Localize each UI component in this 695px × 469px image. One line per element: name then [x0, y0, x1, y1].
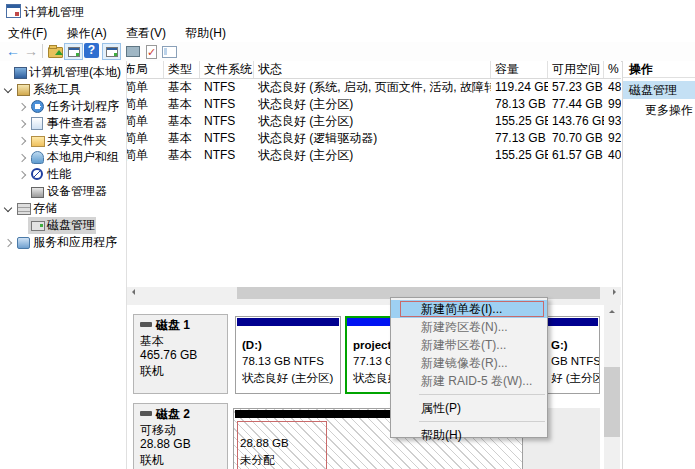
check-document-button[interactable]: ✓ — [142, 43, 160, 60]
vertical-scrollbar[interactable] — [604, 305, 620, 469]
chevron-right-icon[interactable] — [18, 137, 26, 145]
tree-item-label: 计算机管理(本地) — [29, 64, 121, 81]
cell-type: 基本 — [164, 79, 200, 96]
tree-item-performance[interactable]: 性能 — [0, 166, 126, 183]
col-type-header[interactable]: 类型 — [164, 61, 200, 78]
disk-name: 磁盘 1 — [156, 317, 190, 334]
chevron-right-icon[interactable] — [18, 171, 26, 179]
tree-item-shared-folders[interactable]: 共享文件夹 — [0, 132, 126, 149]
tree-item-label: 性能 — [47, 166, 71, 183]
tree-item-task-scheduler[interactable]: 任务计划程序 — [0, 98, 126, 115]
menu-file[interactable]: 文件(F) — [0, 22, 55, 42]
col-capacity-header[interactable]: 容量 — [491, 61, 548, 78]
tree-item-event-viewer[interactable]: 事件查看器 — [0, 115, 126, 132]
chevron-right-icon[interactable] — [18, 154, 26, 162]
menu-separator — [419, 421, 545, 422]
titlebar: 计算机管理 — [0, 0, 695, 22]
cell-filesystem: NTFS — [200, 130, 254, 147]
col-free-header[interactable]: 可用空间 — [548, 61, 604, 78]
chevron-down-icon[interactable] — [4, 204, 12, 212]
menu-action[interactable]: 操作(A) — [59, 22, 115, 42]
chevron-down-icon[interactable] — [4, 85, 12, 93]
disk2-label[interactable]: 磁盘 2 可移动 28.88 GB 联机 — [133, 403, 228, 469]
annotation-box-unallocated — [237, 421, 327, 469]
tree-item-label: 设备管理器 — [47, 183, 107, 200]
forward-button[interactable]: → — [22, 43, 40, 60]
cell-free: 57.23 GB — [548, 79, 604, 96]
services-icon — [17, 237, 30, 249]
screen-button[interactable] — [124, 43, 142, 60]
cell-filesystem: NTFS — [200, 79, 254, 96]
cell-status: 状态良好 (主分区) — [254, 96, 491, 113]
cell-free: 61.57 GB — [548, 147, 604, 164]
check-document-icon: ✓ — [146, 45, 157, 59]
col-layout-header[interactable]: 布局 — [127, 61, 164, 78]
cell-type: 基本 — [164, 147, 200, 164]
volume-row[interactable]: 简单 基本 NTFS 状态良好 (主分区) 78.13 GB 77.44 GB … — [127, 96, 621, 113]
app-icon — [6, 4, 21, 18]
cell-layout: 简单 — [127, 147, 164, 164]
tree-item-services-applications[interactable]: 服务和应用程序 — [0, 234, 126, 251]
menu-item-new-simple-volume[interactable]: 新建简单卷(I)... — [391, 300, 547, 318]
volume-row[interactable]: 简单 基本 NTFS 状态良好 (主分区) 155.25 GB 143.76 G… — [127, 113, 621, 130]
cell-filesystem: NTFS — [200, 96, 254, 113]
console-tree: 计算机管理(本地) 系统工具 任务计划程序 事件查看器 共享文件夹 本地用户和组 — [0, 61, 127, 469]
col-percent-header[interactable]: % 可用 — [604, 61, 621, 78]
tree-item-disk-management[interactable]: 磁盘管理 — [0, 217, 126, 234]
cell-free: 70.70 GB — [548, 130, 604, 147]
tree-item-local-users-groups[interactable]: 本地用户和组 — [0, 149, 126, 166]
clock-icon — [31, 100, 44, 113]
menu-help[interactable]: 帮助(H) — [177, 22, 234, 42]
actions-disk-management[interactable]: 磁盘管理 — [623, 81, 695, 99]
action-pane-toggle[interactable] — [102, 43, 121, 60]
volume-row[interactable]: 简单 基本 NTFS 状态良好 (逻辑驱动器) 77.13 GB 70.70 G… — [127, 130, 621, 147]
volume-row[interactable]: 简单 基本 NTFS 状态良好 (系统, 启动, 页面文件, 活动, 故障转储,… — [127, 79, 621, 96]
menu-item-new-striped-volume: 新建带区卷(T)... — [391, 336, 547, 354]
menu-item-help[interactable]: 帮助(H) — [391, 426, 547, 444]
console-tree-toggle[interactable] — [64, 43, 83, 60]
folder-up-button[interactable] — [46, 43, 64, 60]
partition-status: 好 (主分区) — [551, 371, 600, 386]
disk-status: 联机 — [140, 363, 164, 380]
menu-view[interactable]: 查看(V) — [118, 22, 174, 42]
scroll-left-button[interactable] — [127, 287, 140, 299]
disk-icon — [140, 322, 152, 327]
partition-status: 状态良好 (主分区) — [242, 371, 333, 386]
menu-item-properties[interactable]: 属性(P) — [391, 399, 547, 417]
menu-item-new-spanned-volume: 新建跨区卷(N)... — [391, 318, 547, 336]
primary-partition-bar — [237, 318, 339, 326]
disk1-label[interactable]: 磁盘 1 基本 465.76 GB 联机 — [133, 314, 228, 394]
scroll-up-button[interactable] — [605, 305, 619, 317]
chevron-right-icon[interactable] — [18, 120, 26, 128]
disk-status: 联机 — [140, 452, 164, 469]
menu-separator — [419, 394, 545, 395]
check-icon: ✓ — [147, 44, 156, 60]
volume-row[interactable]: 简单 基本 NTFS 状态良好 (主分区) 155.25 GB 61.57 GB… — [127, 147, 621, 164]
chevron-right-icon[interactable] — [18, 103, 26, 111]
tree-item-storage[interactable]: 存储 — [0, 200, 126, 217]
back-button[interactable]: ← — [4, 43, 22, 60]
actions-more-actions[interactable]: 更多操作 — [623, 101, 695, 119]
cell-status: 状态良好 (主分区) — [254, 147, 491, 164]
menu-item-new-raid5-volume: 新建 RAID-5 卷(W)... — [391, 372, 547, 390]
vertical-scroll-thumb[interactable] — [604, 367, 620, 437]
tree-item-computer-management[interactable]: 计算机管理(本地) — [0, 64, 126, 81]
col-filesystem-header[interactable]: 文件系统 — [200, 61, 254, 78]
scroll-right-button[interactable] — [608, 287, 621, 299]
properties-panel-button[interactable] — [160, 43, 178, 60]
help-button[interactable]: ? — [84, 43, 99, 58]
tree-item-system-tools[interactable]: 系统工具 — [0, 81, 126, 98]
partition-d[interactable]: (D:) 78.13 GB NTFS 状态良好 (主分区) — [235, 316, 341, 394]
computer-management-window: 计算机管理 文件(F) 操作(A) 查看(V) 帮助(H) ← → ? ✓ 计算… — [0, 0, 695, 469]
chevron-right-icon[interactable] — [4, 239, 12, 247]
cell-layout: 简单 — [127, 96, 164, 113]
col-status-header[interactable]: 状态 — [254, 61, 491, 78]
partition-name: G:) — [551, 339, 568, 351]
partition-name: (D:) — [242, 339, 262, 351]
cell-free: 143.76 GB — [548, 113, 604, 130]
tree-item-label: 服务和应用程序 — [33, 234, 117, 251]
menubar: 文件(F) 操作(A) 查看(V) 帮助(H) — [0, 22, 695, 42]
tree-item-device-manager[interactable]: 设备管理器 — [0, 183, 126, 200]
disk-size: 28.88 GB — [140, 437, 191, 451]
partition-size: GB NTFS — [551, 355, 600, 367]
